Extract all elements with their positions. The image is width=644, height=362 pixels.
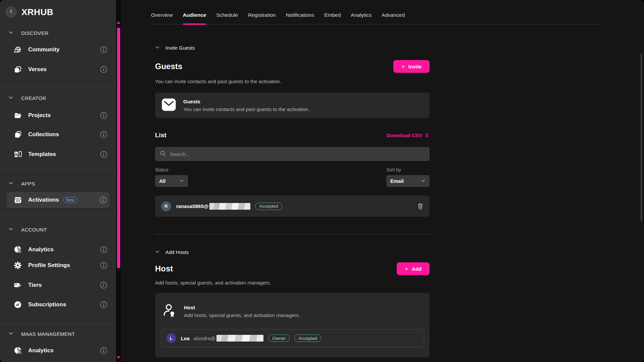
sort-by-label: Sort by (386, 167, 430, 172)
info-icon[interactable] (100, 301, 107, 308)
download-icon (425, 132, 430, 139)
sidebar-item-collections[interactable]: Collections (0, 127, 116, 142)
status-badge: Accepted (255, 203, 282, 210)
divider (0, 215, 116, 215)
info-icon[interactable] (100, 66, 107, 73)
tab-analytics[interactable]: Analytics (351, 12, 371, 18)
info-icon[interactable] (100, 262, 107, 269)
check-circle-icon (13, 300, 23, 309)
host-email: alondra@ (194, 335, 215, 341)
card-title: Host (184, 305, 300, 310)
trash-icon[interactable] (417, 203, 424, 210)
beta-badge: Beta (63, 197, 78, 203)
community-icon (13, 45, 23, 54)
chevron-left-icon (9, 9, 13, 15)
scroll-up-arrow[interactable] (116, 21, 120, 25)
info-icon[interactable] (100, 347, 107, 354)
info-icon[interactable] (100, 46, 107, 53)
section-header-discover[interactable]: DISCOVER (0, 29, 116, 37)
sidebar-item-subscriptions[interactable]: Subscriptions (0, 297, 116, 312)
section-header-apps[interactable]: APPS (0, 179, 116, 188)
plus-icon: + (405, 266, 408, 272)
divider (155, 234, 430, 235)
tab-embed[interactable]: Embed (324, 12, 341, 18)
collections-icon (13, 130, 23, 139)
status-dropdown[interactable]: All (155, 175, 188, 187)
tab-registration[interactable]: Registration (248, 12, 276, 18)
verses-icon (13, 65, 23, 74)
info-icon[interactable] (99, 196, 107, 204)
tab-bar: Overview Audience Schedule Registration … (151, 12, 599, 24)
card-edit-icon (13, 281, 23, 290)
sidebar-item-templates[interactable]: Templates (0, 147, 116, 162)
scroll-down-arrow[interactable] (116, 356, 120, 360)
pie-chart-icon (13, 346, 23, 355)
sidebar-item-activations[interactable]: Activations Beta (7, 192, 109, 208)
sidebar-item-community[interactable]: Community (0, 42, 116, 57)
gear-icon (13, 261, 23, 270)
page-scrollbar-thumb[interactable] (641, 54, 642, 221)
info-icon[interactable] (100, 112, 107, 119)
info-icon[interactable] (100, 281, 107, 289)
sidebar-scrollbar-track[interactable] (116, 0, 121, 362)
chevron-down-icon (8, 180, 13, 187)
host-badge-icon (161, 303, 177, 320)
collapse-sidebar-button[interactable] (5, 6, 17, 18)
chevron-down-icon (180, 178, 184, 184)
sidebar-item-maas-analytics[interactable]: Analytics (0, 343, 116, 358)
plus-icon: + (401, 63, 405, 70)
sidebar-item-profile-settings[interactable]: Profile Settings (0, 258, 116, 273)
redacted-email-domain (209, 203, 250, 210)
chevron-down-icon (8, 30, 13, 36)
avatar: L (166, 333, 176, 343)
sidebar: XRHUB DISCOVER Community Verse (0, 0, 121, 362)
avatar: R (161, 201, 171, 211)
audience-panel: Invite Guests Guests + Invite You can in… (155, 40, 430, 357)
info-icon[interactable] (100, 131, 107, 138)
invite-guests-toggle[interactable]: Invite Guests (155, 45, 430, 51)
host-name: Lea (181, 335, 190, 341)
guests-description: You can invite contacts and past guests … (155, 79, 430, 84)
envelope-icon (161, 97, 177, 113)
add-hosts-toggle[interactable]: Add Hosts (155, 249, 430, 255)
info-icon[interactable] (100, 151, 107, 158)
list-title: List (155, 132, 166, 139)
section-header-account[interactable]: ACCOUNT (0, 225, 116, 234)
sort-filter: Sort by Email (386, 167, 430, 187)
section-header-creator[interactable]: CREATOR (0, 94, 116, 102)
invite-button[interactable]: + Invite (393, 60, 430, 73)
card-description: You can invite contacts and past guests … (183, 106, 309, 112)
chevron-down-icon (8, 226, 13, 232)
status-filter: Status All (155, 167, 188, 187)
host-card: Host Add hosts, special guests, and acti… (155, 293, 430, 357)
tab-advanced[interactable]: Advanced (382, 12, 405, 18)
search-input[interactable] (170, 151, 425, 157)
guests-title: Guests (155, 62, 182, 71)
tab-notifications[interactable]: Notifications (286, 12, 314, 18)
card-title: Guests (183, 99, 309, 104)
chevron-down-icon (8, 331, 13, 337)
guests-info-card: Guests You can invite contacts and past … (155, 93, 430, 118)
redacted-email-domain (216, 335, 263, 342)
card-description: Add hosts, special guests, and activatio… (184, 312, 300, 318)
section-header-maas-management[interactable]: MAAS MANAGEMENT (0, 330, 116, 338)
calendar-icon (13, 196, 23, 205)
tab-schedule[interactable]: Schedule (216, 12, 238, 18)
sidebar-item-projects[interactable]: Projects (0, 108, 116, 123)
info-icon[interactable] (100, 246, 107, 253)
sidebar-item-tiers[interactable]: Tiers (0, 278, 116, 293)
tab-audience[interactable]: Audience (183, 12, 206, 18)
download-csv-link[interactable]: Download CSV (386, 132, 430, 139)
chevron-down-icon (8, 95, 13, 101)
sidebar-scrollbar-thumb[interactable] (117, 28, 120, 268)
status-label: Status (155, 167, 188, 172)
sidebar-item-verses[interactable]: Verses (0, 62, 116, 77)
folder-icon (13, 111, 23, 120)
guest-email: ranasa5865@ (176, 203, 208, 209)
sort-dropdown[interactable]: Email (386, 175, 430, 187)
tab-overview[interactable]: Overview (151, 12, 173, 18)
add-button[interactable]: + Add (397, 262, 430, 275)
app-window: XRHUB DISCOVER Community Verse (0, 0, 644, 362)
search-icon (160, 150, 166, 158)
sidebar-item-analytics[interactable]: Analytics (0, 242, 116, 257)
